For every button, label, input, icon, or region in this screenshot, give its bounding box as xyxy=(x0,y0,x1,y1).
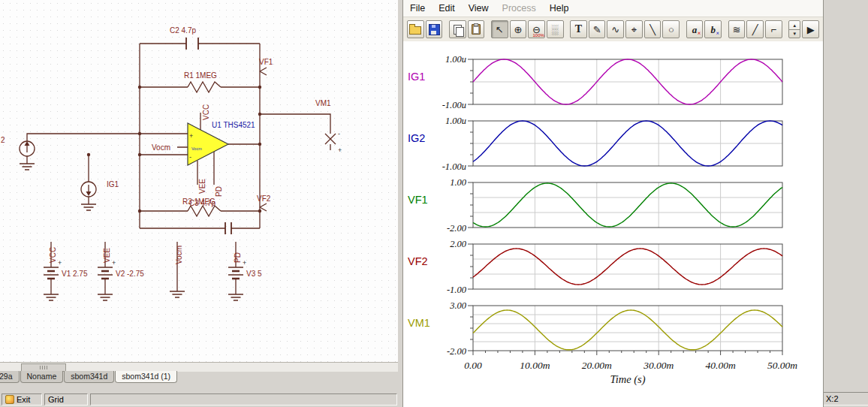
resistor-zigzag[interactable] xyxy=(188,206,221,216)
curves-button[interactable]: ≋ xyxy=(728,20,746,38)
menu-help[interactable]: Help xyxy=(543,1,576,16)
v1-value-label[interactable]: V1 2.75 xyxy=(62,270,88,278)
cursor-a-tool[interactable]: a xyxy=(686,20,704,38)
capacitor-c3[interactable]: C3 4.7p xyxy=(189,199,231,234)
pen-button[interactable]: ╱ xyxy=(746,20,764,38)
vocm-ground-node[interactable]: Vocm xyxy=(175,246,183,264)
cursor-a-icon: a xyxy=(692,25,698,35)
meter-x-icon[interactable] xyxy=(325,134,336,144)
vf1-probe[interactable]: VF1 xyxy=(259,58,273,75)
spinner-control[interactable]: ▴▾ xyxy=(788,20,800,38)
capacitor-plates[interactable] xyxy=(186,38,198,50)
zoom-level-label: 100% xyxy=(533,33,544,38)
save-button[interactable] xyxy=(426,20,443,38)
x-axis-title: Time (s) xyxy=(473,373,782,386)
menu-file[interactable]: File xyxy=(403,1,432,16)
vee-pin-label[interactable]: VEE xyxy=(198,179,206,194)
plot-vf2[interactable]: 2.00-1.00VF2 xyxy=(405,235,810,298)
schematic-canvas[interactable]: C2 4.7p R1 1MEG VF1 + - Vocm U1 THS4521 … xyxy=(0,0,398,362)
resistor-r1[interactable]: R1 1MEG xyxy=(184,71,221,92)
opamp-u1[interactable]: + - Vocm U1 THS4521 VCC VEE PD Vocm xyxy=(152,104,255,197)
target-tool[interactable]: ⌖ xyxy=(625,20,643,38)
source-v1[interactable]: + VCC V1 2.75 xyxy=(44,247,88,279)
zoom-in-tool[interactable]: ⊕ xyxy=(510,20,527,38)
vf2-probe[interactable]: VF2 xyxy=(257,194,271,211)
v2-value-label[interactable]: V2 -2.75 xyxy=(116,270,144,278)
cursor-icon: ↖ xyxy=(496,25,504,35)
zoom-out-tool[interactable]: ⊖100% xyxy=(528,20,545,38)
sheet-tab-noname[interactable]: Noname xyxy=(20,371,64,383)
ground-icon[interactable] xyxy=(20,164,243,300)
waveform-trace-vf2[interactable] xyxy=(473,249,782,285)
ellipse-tool[interactable]: ○ xyxy=(662,20,680,38)
ig1-label[interactable]: IG1 xyxy=(107,180,119,188)
resistor-zigzag[interactable] xyxy=(188,82,221,92)
chart-area[interactable]: 1.00u-1.00uIG11.00u-1.00uIG21.00-2.00VF1… xyxy=(403,41,823,407)
y-min-label: -2.00 xyxy=(447,223,467,234)
line-tool[interactable]: ╲ xyxy=(644,20,662,38)
waveform-trace-vm1[interactable] xyxy=(473,310,782,350)
application-window: C2 4.7p R1 1MEG VF1 + - Vocm U1 THS4521 … xyxy=(0,0,868,407)
schematic-editor-panel[interactable]: C2 4.7p R1 1MEG VF1 + - Vocm U1 THS4521 … xyxy=(0,0,398,362)
vocm-net-label[interactable]: Vocm xyxy=(175,246,183,264)
toolbar: ↖⊕⊖100%░T✎∿⌖╲○ab≋╱⌐▴▾▶ xyxy=(403,17,823,42)
text-tool[interactable]: T xyxy=(570,20,587,38)
curve-probe-tool[interactable]: ∿ xyxy=(607,20,624,38)
x-tick-label: 40.00m xyxy=(695,360,747,372)
spinner-up-icon[interactable]: ▴ xyxy=(789,22,800,29)
ground-symbols[interactable] xyxy=(20,164,243,300)
x-tick-label: 0.00 xyxy=(447,360,499,372)
vee-net-label[interactable]: VEE xyxy=(103,248,111,263)
grid-toggle[interactable]: ░ xyxy=(547,20,564,38)
axis-icon: ⌐ xyxy=(771,25,777,35)
plot-ig1[interactable]: 1.00u-1.00uIG1 xyxy=(405,50,810,113)
opamp-designator-label[interactable]: U1 THS4521 xyxy=(212,121,255,129)
open-button[interactable] xyxy=(407,20,424,38)
sheet-tab-29a[interactable]: 29a xyxy=(0,371,20,383)
vf2-label[interactable]: VF2 xyxy=(257,194,271,203)
sheet-tab-sbom341d[interactable]: sbom341d xyxy=(64,371,114,383)
capacitor-c2[interactable]: C2 4.7p xyxy=(170,26,198,50)
grid-label: Grid xyxy=(48,395,64,404)
paste-button[interactable] xyxy=(468,20,485,38)
capacitor-c3-label[interactable]: C3 4.7p xyxy=(189,199,215,207)
menu-edit[interactable]: Edit xyxy=(432,1,462,16)
x-axis: 0.0010.00m20.00m30.00m40.00m50.00m xyxy=(405,360,810,373)
vm1-label[interactable]: VM1 xyxy=(315,99,331,107)
voltmeter-vm1[interactable]: - + VM1 xyxy=(315,99,342,154)
resistor-r1-label[interactable]: R1 1MEG xyxy=(184,71,217,80)
pin-marker-tool[interactable]: ✎ xyxy=(589,20,606,38)
waveform-trace-vf1[interactable] xyxy=(473,183,782,227)
source-v2[interactable]: + VEE V2 -2.75 xyxy=(98,248,144,279)
pd-net-label[interactable]: PD xyxy=(234,252,242,263)
coordinates-cell: X:2 xyxy=(823,392,868,405)
spinner-down-icon[interactable]: ▾ xyxy=(789,30,800,37)
source-v3[interactable]: + PD V3 5 xyxy=(228,252,262,279)
opamp-body[interactable] xyxy=(188,123,228,165)
vcc-net-label[interactable]: VCC xyxy=(49,247,57,263)
capacitor-plates[interactable] xyxy=(225,222,231,234)
vf1-label[interactable]: VF1 xyxy=(259,58,273,66)
current-source-ig2[interactable]: 2 xyxy=(1,136,35,156)
vcc-pin-label[interactable]: VCC xyxy=(202,104,210,120)
y-min-label: -1.00u xyxy=(442,100,466,110)
plot-vf1[interactable]: 1.00-2.00VF1 xyxy=(405,173,810,237)
plot-ig2[interactable]: 1.00u-1.00uIG2 xyxy=(405,112,810,175)
menu-view[interactable]: View xyxy=(462,1,496,16)
copy-button[interactable] xyxy=(449,20,466,38)
vocm-net-label[interactable]: Vocm xyxy=(152,143,170,152)
grid-icon: ░ xyxy=(552,25,559,35)
plot-vm1[interactable]: 3.00-2.00VM1 xyxy=(405,297,810,360)
cursor-b-tool[interactable]: b xyxy=(704,20,722,38)
sheet-tab-sbom341d-1-[interactable]: sbom341d (1) xyxy=(115,371,177,383)
signal-name-vm1: VM1 xyxy=(408,317,430,329)
cursor-tool[interactable]: ↖ xyxy=(491,20,508,38)
forward-button[interactable]: ▶ xyxy=(802,20,819,38)
pd-pin-label[interactable]: PD xyxy=(215,186,223,197)
capacitor-c2-label[interactable]: C2 4.7p xyxy=(170,26,196,35)
ig2-label[interactable]: 2 xyxy=(1,136,5,144)
exit-status-cell[interactable]: Exit xyxy=(2,393,42,405)
current-source-ig1[interactable]: IG1 xyxy=(81,180,119,197)
axis-button[interactable]: ⌐ xyxy=(765,20,782,38)
v3-value-label[interactable]: V3 5 xyxy=(246,270,262,278)
